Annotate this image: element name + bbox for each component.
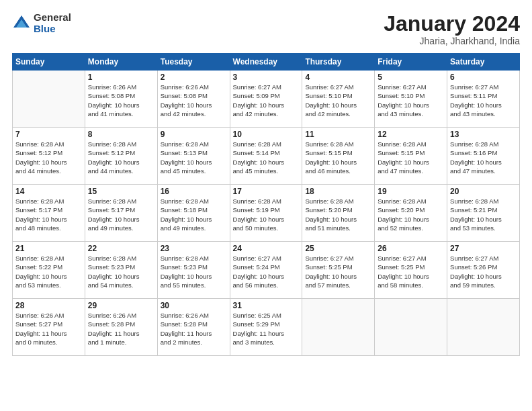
calendar-cell: 12Sunrise: 6:28 AMSunset: 5:15 PMDayligh… (375, 128, 447, 185)
day-number: 27 (450, 244, 517, 253)
day-info: Sunrise: 6:27 AMSunset: 5:25 PMDaylight:… (305, 254, 371, 289)
day-number: 2 (161, 73, 227, 82)
day-number: 29 (88, 301, 154, 310)
calendar-cell: 2Sunrise: 6:26 AMSunset: 5:08 PMDaylight… (157, 71, 230, 128)
calendar-cell: 7Sunrise: 6:28 AMSunset: 5:12 PMDaylight… (13, 128, 85, 185)
day-info: Sunrise: 6:26 AMSunset: 5:27 PMDaylight:… (15, 311, 82, 347)
calendar-cell: 16Sunrise: 6:28 AMSunset: 5:18 PMDayligh… (157, 185, 230, 242)
day-info: Sunrise: 6:28 AMSunset: 5:17 PMDaylight:… (15, 197, 82, 232)
day-info: Sunrise: 6:28 AMSunset: 5:15 PMDaylight:… (378, 140, 444, 175)
calendar-cell (302, 299, 375, 356)
day-info: Sunrise: 6:28 AMSunset: 5:20 PMDaylight:… (305, 197, 371, 232)
day-info: Sunrise: 6:27 AMSunset: 5:24 PMDaylight:… (233, 254, 300, 289)
day-number: 10 (233, 130, 300, 139)
day-info: Sunrise: 6:27 AMSunset: 5:09 PMDaylight:… (233, 83, 300, 118)
day-info: Sunrise: 6:26 AMSunset: 5:08 PMDaylight:… (161, 83, 227, 118)
day-number: 6 (450, 73, 517, 82)
calendar-cell: 30Sunrise: 6:26 AMSunset: 5:28 PMDayligh… (157, 299, 230, 356)
calendar-cell (13, 71, 85, 128)
calendar-table: Sunday Monday Tuesday Wednesday Thursday… (12, 53, 520, 356)
header-saturday: Saturday (447, 54, 520, 71)
calendar-cell: 11Sunrise: 6:28 AMSunset: 5:15 PMDayligh… (302, 128, 375, 185)
day-number: 26 (378, 244, 444, 253)
calendar-cell (375, 299, 447, 356)
week-row-4: 21Sunrise: 6:28 AMSunset: 5:22 PMDayligh… (13, 242, 520, 299)
calendar-cell (447, 299, 520, 356)
logo-blue: Blue (34, 24, 71, 35)
day-info: Sunrise: 6:27 AMSunset: 5:26 PMDaylight:… (450, 254, 517, 289)
day-number: 16 (161, 187, 227, 196)
day-info: Sunrise: 6:25 AMSunset: 5:29 PMDaylight:… (233, 311, 300, 347)
day-number: 25 (305, 244, 371, 253)
day-number: 21 (15, 244, 82, 253)
calendar-page: General Blue January 2024 Jharia, Jharkh… (0, 0, 532, 411)
calendar-cell: 3Sunrise: 6:27 AMSunset: 5:09 PMDaylight… (230, 71, 302, 128)
day-info: Sunrise: 6:28 AMSunset: 5:20 PMDaylight:… (378, 197, 444, 232)
calendar-cell: 20Sunrise: 6:28 AMSunset: 5:21 PMDayligh… (447, 185, 520, 242)
day-number: 20 (450, 187, 517, 196)
day-number: 8 (88, 130, 154, 139)
header-thursday: Thursday (302, 54, 375, 71)
logo-text: General Blue (34, 12, 71, 34)
day-number: 28 (15, 301, 82, 310)
month-title: January 2024 (384, 12, 520, 36)
calendar-cell: 4Sunrise: 6:27 AMSunset: 5:10 PMDaylight… (302, 71, 375, 128)
calendar-cell: 9Sunrise: 6:28 AMSunset: 5:13 PMDaylight… (157, 128, 230, 185)
week-row-2: 7Sunrise: 6:28 AMSunset: 5:12 PMDaylight… (13, 128, 520, 185)
calendar-cell: 8Sunrise: 6:28 AMSunset: 5:12 PMDaylight… (85, 128, 157, 185)
day-info: Sunrise: 6:28 AMSunset: 5:14 PMDaylight:… (233, 140, 300, 175)
day-number: 3 (233, 73, 300, 82)
calendar-cell: 19Sunrise: 6:28 AMSunset: 5:20 PMDayligh… (375, 185, 447, 242)
day-info: Sunrise: 6:28 AMSunset: 5:18 PMDaylight:… (161, 197, 227, 232)
calendar-cell: 26Sunrise: 6:27 AMSunset: 5:25 PMDayligh… (375, 242, 447, 299)
day-number: 9 (161, 130, 227, 139)
calendar-cell: 21Sunrise: 6:28 AMSunset: 5:22 PMDayligh… (13, 242, 85, 299)
logo-icon (12, 14, 31, 33)
day-number: 22 (88, 244, 154, 253)
calendar-cell: 18Sunrise: 6:28 AMSunset: 5:20 PMDayligh… (302, 185, 375, 242)
logo: General Blue (12, 12, 71, 34)
calendar-cell: 5Sunrise: 6:27 AMSunset: 5:10 PMDaylight… (375, 71, 447, 128)
day-info: Sunrise: 6:27 AMSunset: 5:10 PMDaylight:… (305, 83, 371, 118)
calendar-cell: 31Sunrise: 6:25 AMSunset: 5:29 PMDayligh… (230, 299, 302, 356)
day-info: Sunrise: 6:28 AMSunset: 5:12 PMDaylight:… (88, 140, 154, 175)
day-number: 24 (233, 244, 300, 253)
day-info: Sunrise: 6:27 AMSunset: 5:10 PMDaylight:… (378, 83, 444, 118)
calendar-cell: 25Sunrise: 6:27 AMSunset: 5:25 PMDayligh… (302, 242, 375, 299)
title-block: January 2024 Jharia, Jharkhand, India (384, 12, 520, 46)
logo-general: General (34, 12, 71, 24)
day-info: Sunrise: 6:28 AMSunset: 5:13 PMDaylight:… (161, 140, 227, 175)
week-row-5: 28Sunrise: 6:26 AMSunset: 5:27 PMDayligh… (13, 299, 520, 356)
day-number: 7 (15, 130, 82, 139)
day-info: Sunrise: 6:28 AMSunset: 5:19 PMDaylight:… (233, 197, 300, 232)
header-tuesday: Tuesday (157, 54, 230, 71)
day-info: Sunrise: 6:28 AMSunset: 5:15 PMDaylight:… (305, 140, 371, 175)
day-number: 1 (88, 73, 154, 82)
page-header: General Blue January 2024 Jharia, Jharkh… (12, 12, 520, 46)
day-info: Sunrise: 6:28 AMSunset: 5:23 PMDaylight:… (88, 254, 154, 289)
calendar-cell: 27Sunrise: 6:27 AMSunset: 5:26 PMDayligh… (447, 242, 520, 299)
day-number: 17 (233, 187, 300, 196)
calendar-cell: 6Sunrise: 6:27 AMSunset: 5:11 PMDaylight… (447, 71, 520, 128)
day-info: Sunrise: 6:26 AMSunset: 5:28 PMDaylight:… (88, 311, 154, 347)
day-info: Sunrise: 6:28 AMSunset: 5:16 PMDaylight:… (450, 140, 517, 175)
day-number: 18 (305, 187, 371, 196)
day-info: Sunrise: 6:28 AMSunset: 5:23 PMDaylight:… (161, 254, 227, 289)
calendar-cell: 28Sunrise: 6:26 AMSunset: 5:27 PMDayligh… (13, 299, 85, 356)
calendar-cell: 17Sunrise: 6:28 AMSunset: 5:19 PMDayligh… (230, 185, 302, 242)
day-info: Sunrise: 6:26 AMSunset: 5:08 PMDaylight:… (88, 83, 154, 118)
day-number: 14 (15, 187, 82, 196)
header-monday: Monday (85, 54, 157, 71)
day-number: 19 (378, 187, 444, 196)
week-row-3: 14Sunrise: 6:28 AMSunset: 5:17 PMDayligh… (13, 185, 520, 242)
calendar-cell: 15Sunrise: 6:28 AMSunset: 5:17 PMDayligh… (85, 185, 157, 242)
day-number: 15 (88, 187, 154, 196)
calendar-cell: 24Sunrise: 6:27 AMSunset: 5:24 PMDayligh… (230, 242, 302, 299)
location-subtitle: Jharia, Jharkhand, India (384, 36, 520, 46)
day-number: 12 (378, 130, 444, 139)
calendar-cell: 10Sunrise: 6:28 AMSunset: 5:14 PMDayligh… (230, 128, 302, 185)
day-number: 23 (161, 244, 227, 253)
calendar-cell: 22Sunrise: 6:28 AMSunset: 5:23 PMDayligh… (85, 242, 157, 299)
calendar-header-row: Sunday Monday Tuesday Wednesday Thursday… (13, 54, 520, 71)
day-number: 4 (305, 73, 371, 82)
